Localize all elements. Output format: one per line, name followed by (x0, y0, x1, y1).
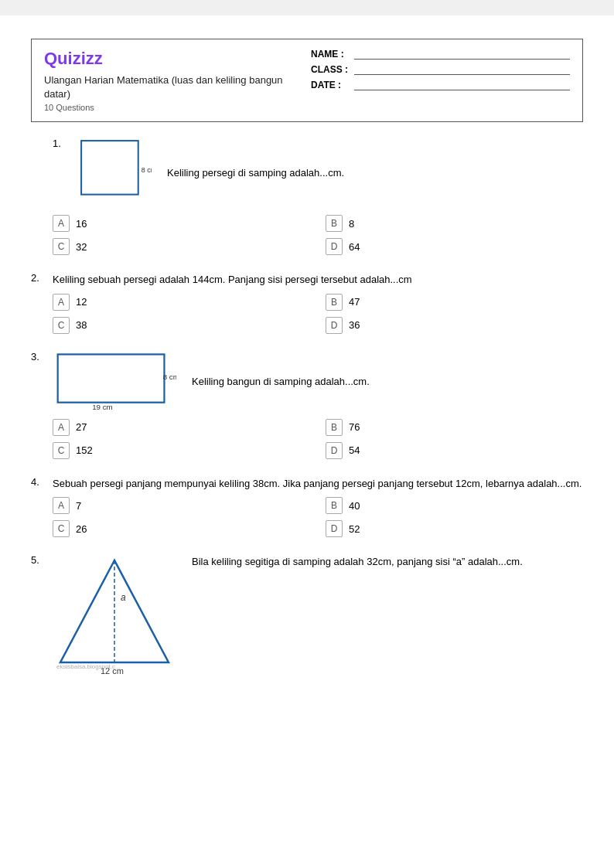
q1-option-b: B 8 (326, 215, 583, 232)
class-label: CLASS : (311, 64, 350, 75)
q1-option-d: D 64 (326, 238, 583, 255)
q4-options: A 7 B 40 C 26 D 52 (53, 497, 583, 537)
q4-number: 4. (31, 476, 46, 488)
q4-text: Sebuah persegi panjang mempunyai kelilin… (53, 476, 583, 492)
svg-text:19 cm: 19 cm (92, 402, 113, 410)
header-box: Quizizz Ulangan Harian Matematika (luas … (31, 39, 583, 122)
q2-text: Keliling sebuah persegi adalah 144cm. Pa… (53, 272, 583, 288)
question-5: 5. a 12 cm eksisbalsa.blogspot.c... (31, 554, 583, 676)
q5-triangle-image: a 12 cm eksisbalsa.blogspot.c... (53, 554, 176, 676)
q3-letter-d: D (326, 442, 343, 459)
q1-value-c: 32 (76, 241, 87, 253)
q2-options: A 12 B 47 C 38 D 36 (53, 294, 583, 334)
svg-text:a: a (121, 592, 126, 603)
name-line (354, 49, 570, 60)
q2-value-a: 12 (76, 296, 87, 308)
header-left: Quizizz Ulangan Harian Matematika (luas … (44, 49, 303, 112)
q4-option-d: D 52 (326, 520, 583, 537)
svg-text:eksisbalsa.blogspot.c...: eksisbalsa.blogspot.c... (56, 663, 121, 670)
q3-letter-b: B (326, 419, 343, 436)
q1-letter-a: A (53, 215, 70, 232)
q1-value-d: 64 (349, 241, 360, 253)
q4-letter-c: C (53, 520, 70, 537)
q4-value-a: 7 (76, 500, 81, 512)
question-4: 4. Sebuah persegi panjang mempunyai keli… (31, 476, 583, 538)
q3-value-b: 76 (349, 421, 360, 433)
q3-value-d: 54 (349, 444, 360, 456)
header-right: NAME : CLASS : DATE : (303, 49, 570, 112)
q1-square-image: 8 cm (74, 138, 152, 207)
q1-option-c: C 32 (53, 238, 310, 255)
svg-rect-0 (81, 141, 138, 195)
q4-letter-a: A (53, 497, 70, 514)
q4-option-b: B 40 (326, 497, 583, 514)
q1-value-a: 16 (76, 218, 87, 230)
q1-text: Keliling persegi di samping adalah...cm. (167, 165, 344, 181)
q2-value-b: 47 (349, 296, 360, 308)
q2-option-c: C 38 (53, 317, 310, 334)
q1-number: 1. (53, 138, 68, 149)
q1-option-a: A 16 (53, 215, 310, 232)
svg-text:8 cm: 8 cm (163, 373, 176, 381)
q2-number: 2. (31, 272, 46, 284)
q2-letter-a: A (53, 294, 70, 311)
q3-option-c: C 152 (53, 442, 310, 459)
quiz-title: Ulangan Harian Matematika (luas dan keli… (44, 73, 303, 101)
q1-options: A 16 B 8 C 32 D 64 (53, 215, 583, 255)
q4-letter-d: D (326, 520, 343, 537)
q4-value-b: 40 (349, 500, 360, 512)
svg-rect-2 (58, 354, 165, 402)
page: Quizizz Ulangan Harian Matematika (luas … (0, 15, 614, 868)
class-line (354, 64, 570, 75)
q2-option-a: A 12 (53, 294, 310, 311)
q3-value-a: 27 (76, 421, 87, 433)
name-field-row: NAME : (311, 49, 570, 60)
quiz-questions: 10 Questions (44, 103, 303, 112)
q3-option-d: D 54 (326, 442, 583, 459)
date-line (354, 80, 570, 90)
question-1: 1. 8 cm Keliling persegi di samping adal… (31, 138, 583, 255)
q2-letter-c: C (53, 317, 70, 334)
q4-option-a: A 7 (53, 497, 310, 514)
q4-option-c: C 26 (53, 520, 310, 537)
q2-option-b: B 47 (326, 294, 583, 311)
name-label: NAME : (311, 49, 350, 60)
q4-letter-b: B (326, 497, 343, 514)
q1-value-b: 8 (349, 218, 354, 230)
q2-letter-b: B (326, 294, 343, 311)
class-field-row: CLASS : (311, 64, 570, 75)
q3-letter-a: A (53, 419, 70, 436)
q3-rect-image: 8 cm 19 cm (53, 351, 176, 413)
svg-text:8 cm: 8 cm (142, 166, 152, 174)
logo: Quizizz (44, 49, 303, 69)
q4-value-d: 52 (349, 523, 360, 535)
q2-letter-d: D (326, 317, 343, 334)
q3-text: Keliling bangun di samping adalah...cm. (192, 374, 370, 390)
q1-letter-d: D (326, 238, 343, 255)
q2-value-d: 36 (349, 319, 360, 331)
q3-options: A 27 B 76 C 152 D 54 (53, 419, 583, 459)
q5-text: Bila keliling segitiga di samping adalah… (192, 554, 523, 570)
q4-value-c: 26 (76, 523, 87, 535)
q1-letter-c: C (53, 238, 70, 255)
q3-value-c: 152 (76, 444, 93, 456)
q3-letter-c: C (53, 442, 70, 459)
question-2: 2. Keliling sebuah persegi adalah 144cm.… (31, 272, 583, 334)
q3-option-b: B 76 (326, 419, 583, 436)
q1-letter-b: B (326, 215, 343, 232)
q2-value-c: 38 (76, 319, 87, 331)
q2-option-d: D 36 (326, 317, 583, 334)
q3-number: 3. (31, 351, 46, 363)
date-field-row: DATE : (311, 80, 570, 90)
q3-option-a: A 27 (53, 419, 310, 436)
date-label: DATE : (311, 80, 350, 90)
q5-number: 5. (31, 554, 46, 566)
question-3: 3. 8 cm 19 cm Keliling bangun di samping… (31, 351, 583, 459)
